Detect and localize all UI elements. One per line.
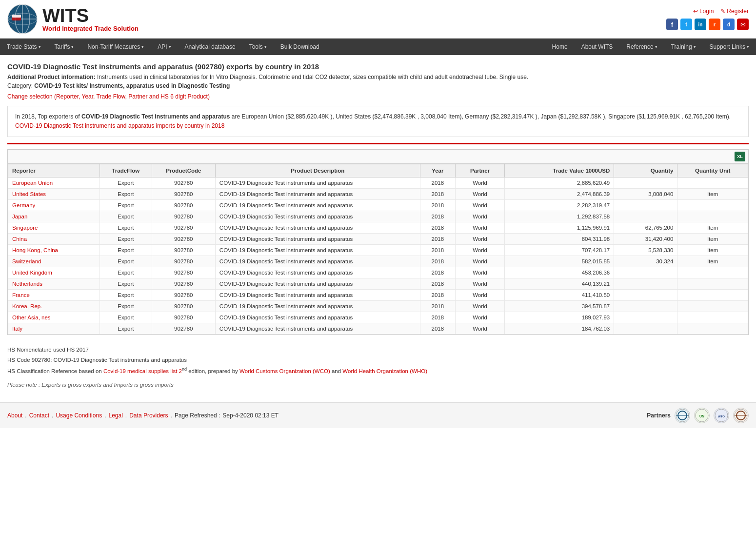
delicious-icon[interactable]: d — [723, 19, 735, 30]
wco-link[interactable]: World Customs Organization (WCO) — [239, 368, 330, 374]
excel-export-button[interactable]: XL — [735, 152, 745, 161]
twitter-icon[interactable]: t — [680, 19, 692, 30]
footnote-line3: HS Classification Reference based on Cov… — [7, 365, 749, 376]
please-note: Please note : Exports is gross exports a… — [7, 380, 749, 390]
nav-trade-stats[interactable]: Trade Stats ▾ — [0, 39, 48, 55]
table-header-row: Reporter TradeFlow ProductCode Product D… — [8, 164, 748, 178]
footnote-mid: edition, prepared by — [187, 368, 239, 374]
login-icon: ↩ — [693, 8, 698, 15]
table-row: Korea, Rep.Export902780COVID-19 Diagnost… — [8, 301, 748, 312]
value-cell: 411,410.50 — [505, 290, 614, 301]
value-cell: 1,292,837.58 — [505, 211, 614, 222]
partner-cell: World — [455, 323, 504, 335]
site-footer: About . Contact . Usage Conditions . Leg… — [0, 402, 756, 428]
table-row: GermanyExport902780COVID-19 Diagnostic T… — [8, 200, 748, 211]
qtyunit-cell: Item — [677, 222, 748, 234]
table-row: JapanExport902780COVID-19 Diagnostic Tes… — [8, 211, 748, 222]
reporter-link[interactable]: Hong Kong, China — [12, 247, 58, 253]
reporter-link[interactable]: Germany — [12, 202, 35, 208]
desc-cell: COVID-19 Diagnostic Test instruments and… — [215, 200, 420, 211]
api-dropdown-icon: ▾ — [169, 44, 171, 49]
reddit-icon[interactable]: r — [709, 19, 720, 30]
imports-link[interactable]: COVID-19 Diagnostic Test instruments and… — [15, 122, 224, 129]
year-cell: 2018 — [420, 211, 455, 222]
reporter-link[interactable]: Italy — [12, 326, 22, 332]
reporter-link[interactable]: Japan — [12, 214, 27, 219]
nav-about-wits[interactable]: About WITS — [575, 39, 620, 55]
category-label: Category: — [7, 82, 34, 89]
tradeflow-cell: Export — [99, 290, 152, 301]
footnote-and: and — [330, 368, 343, 374]
qty-cell: 62,765,200 — [614, 222, 677, 234]
nav-api[interactable]: API ▾ — [151, 39, 178, 55]
nav-reference[interactable]: Reference ▾ — [619, 39, 664, 55]
qtyunit-cell — [677, 323, 748, 335]
register-link[interactable]: ✎ Register — [720, 8, 749, 15]
qtyunit-cell: Item — [677, 256, 748, 267]
reporter-link[interactable]: China — [12, 236, 27, 242]
qtyunit-cell — [677, 278, 748, 290]
reporter-link[interactable]: Korea, Rep. — [12, 303, 42, 309]
reporter-link[interactable]: United States — [12, 191, 46, 197]
code-cell: 902780 — [152, 245, 215, 256]
table-row: ChinaExport902780COVID-19 Diagnostic Tes… — [8, 234, 748, 245]
footer-data-providers-link[interactable]: Data Providers — [129, 412, 168, 419]
footer-about-link[interactable]: About — [7, 412, 22, 419]
year-cell: 2018 — [420, 245, 455, 256]
qtyunit-cell: Item — [677, 189, 748, 200]
footer-dot-5: . — [171, 412, 172, 419]
nav-support-links[interactable]: Support Links ▾ — [703, 39, 756, 55]
main-content: COVID-19 Diagnostic Test instruments and… — [0, 55, 756, 397]
desc-cell: COVID-19 Diagnostic Test instruments and… — [215, 301, 420, 312]
footer-legal-link[interactable]: Legal — [108, 412, 122, 419]
qty-cell — [614, 278, 677, 290]
covid-supplies-link[interactable]: Covid-19 medical supplies list 2 — [103, 368, 182, 374]
header-right: ↩ Login ✎ Register f t in r d ✉ — [666, 8, 749, 30]
nav-tariffs[interactable]: Tariffs ▾ — [48, 39, 81, 55]
change-selection-link[interactable]: Change selection (Reporter, Year, Trade … — [7, 93, 210, 100]
footer-contact-link[interactable]: Contact — [29, 412, 49, 419]
tradeflow-cell: Export — [99, 301, 152, 312]
who-link[interactable]: World Health Organization (WHO) — [342, 368, 427, 374]
code-cell: 902780 — [152, 301, 215, 312]
value-cell: 707,428.17 — [505, 245, 614, 256]
partner-cell: World — [455, 211, 504, 222]
reporter-link[interactable]: Netherlands — [12, 281, 42, 287]
login-link[interactable]: ↩ Login — [693, 8, 714, 15]
email-icon[interactable]: ✉ — [737, 19, 749, 30]
summary-text-before: In 2018, Top exporters of — [15, 113, 81, 120]
table-wrapper[interactable]: Reporter TradeFlow ProductCode Product D… — [8, 164, 748, 335]
qtyunit-cell — [677, 200, 748, 211]
reporter-link[interactable]: France — [12, 292, 30, 298]
desc-cell: COVID-19 Diagnostic Test instruments and… — [215, 256, 420, 267]
value-cell: 440,139.21 — [505, 278, 614, 290]
top-header: WITS World Integrated Trade Solution ↩ L… — [0, 0, 756, 39]
footer-partners-area: Partners UN WTO — [647, 408, 749, 423]
nav-non-tariff[interactable]: Non-Tariff Measures ▾ — [80, 39, 151, 55]
reporter-link[interactable]: Singapore — [12, 225, 38, 231]
linkedin-icon[interactable]: in — [695, 19, 706, 30]
value-cell: 189,027.93 — [505, 312, 614, 323]
value-cell: 394,578.87 — [505, 301, 614, 312]
reporter-link[interactable]: United Kingdom — [12, 270, 52, 276]
nav-analytical[interactable]: Analytical database — [178, 39, 242, 55]
category-line: Category: COVID-19 Test kits/ Instrument… — [7, 82, 749, 89]
facebook-icon[interactable]: f — [666, 19, 678, 30]
reporter-link[interactable]: Other Asia, nes — [12, 315, 51, 320]
nav-training[interactable]: Training ▾ — [664, 39, 703, 55]
reporter-link[interactable]: European Union — [12, 180, 53, 186]
th-tradeflow: TradeFlow — [99, 164, 152, 178]
th-qtyunit: Quantity Unit — [677, 164, 748, 178]
desc-cell: COVID-19 Diagnostic Test instruments and… — [215, 222, 420, 234]
reporter-link[interactable]: Switzerland — [12, 258, 41, 264]
th-qty: Quantity — [614, 164, 677, 178]
value-cell: 453,206.36 — [505, 267, 614, 278]
nav-home[interactable]: Home — [545, 39, 575, 55]
qty-cell — [614, 178, 677, 189]
table-row: United KingdomExport902780COVID-19 Diagn… — [8, 267, 748, 278]
nav-bulk-download[interactable]: Bulk Download — [274, 39, 326, 55]
nav-tools[interactable]: Tools ▾ — [242, 39, 274, 55]
partner-cell: World — [455, 189, 504, 200]
footer-usage-link[interactable]: Usage Conditions — [56, 412, 102, 419]
partner-cell: World — [455, 290, 504, 301]
